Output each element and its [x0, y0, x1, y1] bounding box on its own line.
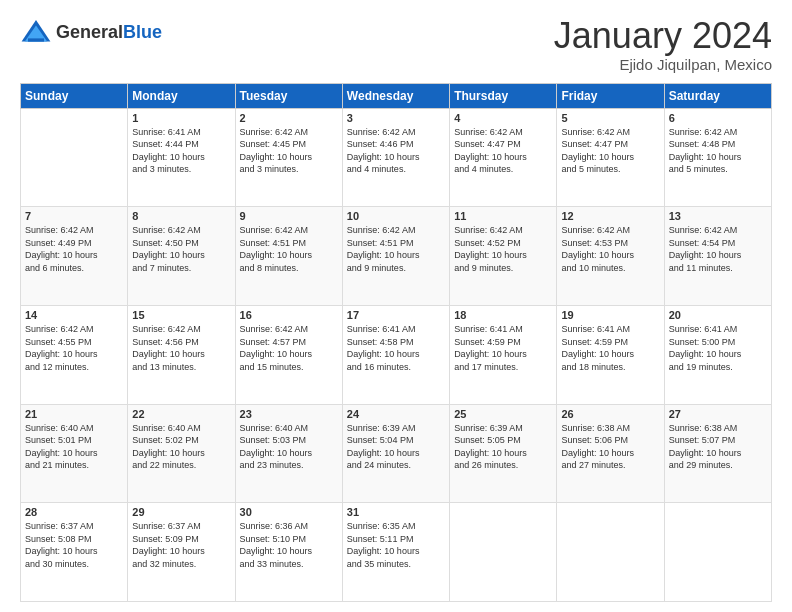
logo-blue: Blue: [123, 22, 162, 42]
day-info: Sunrise: 6:36 AMSunset: 5:10 PMDaylight:…: [240, 520, 338, 570]
day-number: 28: [25, 506, 123, 518]
calendar-cell: 26Sunrise: 6:38 AMSunset: 5:06 PMDayligh…: [557, 404, 664, 503]
day-number: 5: [561, 112, 659, 124]
calendar-body: 1Sunrise: 6:41 AMSunset: 4:44 PMDaylight…: [21, 108, 772, 601]
day-number: 18: [454, 309, 552, 321]
day-number: 20: [669, 309, 767, 321]
day-number: 21: [25, 408, 123, 420]
day-info: Sunrise: 6:41 AMSunset: 4:44 PMDaylight:…: [132, 126, 230, 176]
day-number: 10: [347, 210, 445, 222]
calendar-cell: 12Sunrise: 6:42 AMSunset: 4:53 PMDayligh…: [557, 207, 664, 306]
logo-text: GeneralBlue: [56, 22, 162, 43]
day-info: Sunrise: 6:37 AMSunset: 5:09 PMDaylight:…: [132, 520, 230, 570]
logo-icon: [20, 16, 52, 48]
day-info: Sunrise: 6:40 AMSunset: 5:01 PMDaylight:…: [25, 422, 123, 472]
month-title: January 2024: [554, 16, 772, 56]
calendar-cell: 22Sunrise: 6:40 AMSunset: 5:02 PMDayligh…: [128, 404, 235, 503]
day-number: 27: [669, 408, 767, 420]
calendar-cell: 4Sunrise: 6:42 AMSunset: 4:47 PMDaylight…: [450, 108, 557, 207]
day-info: Sunrise: 6:41 AMSunset: 4:58 PMDaylight:…: [347, 323, 445, 373]
day-number: 16: [240, 309, 338, 321]
day-number: 7: [25, 210, 123, 222]
day-info: Sunrise: 6:39 AMSunset: 5:05 PMDaylight:…: [454, 422, 552, 472]
calendar-cell: 7Sunrise: 6:42 AMSunset: 4:49 PMDaylight…: [21, 207, 128, 306]
calendar-cell: 19Sunrise: 6:41 AMSunset: 4:59 PMDayligh…: [557, 305, 664, 404]
day-number: 8: [132, 210, 230, 222]
calendar-cell: [664, 503, 771, 602]
day-of-week-thursday: Thursday: [450, 83, 557, 108]
calendar-cell: 28Sunrise: 6:37 AMSunset: 5:08 PMDayligh…: [21, 503, 128, 602]
day-info: Sunrise: 6:42 AMSunset: 4:51 PMDaylight:…: [240, 224, 338, 274]
day-of-week-monday: Monday: [128, 83, 235, 108]
day-number: 4: [454, 112, 552, 124]
calendar-cell: 9Sunrise: 6:42 AMSunset: 4:51 PMDaylight…: [235, 207, 342, 306]
day-info: Sunrise: 6:39 AMSunset: 5:04 PMDaylight:…: [347, 422, 445, 472]
day-number: 9: [240, 210, 338, 222]
day-info: Sunrise: 6:38 AMSunset: 5:07 PMDaylight:…: [669, 422, 767, 472]
day-info: Sunrise: 6:42 AMSunset: 4:54 PMDaylight:…: [669, 224, 767, 274]
day-number: 26: [561, 408, 659, 420]
day-info: Sunrise: 6:38 AMSunset: 5:06 PMDaylight:…: [561, 422, 659, 472]
day-info: Sunrise: 6:42 AMSunset: 4:52 PMDaylight:…: [454, 224, 552, 274]
day-number: 17: [347, 309, 445, 321]
week-row-4: 28Sunrise: 6:37 AMSunset: 5:08 PMDayligh…: [21, 503, 772, 602]
days-of-week-row: SundayMondayTuesdayWednesdayThursdayFrid…: [21, 83, 772, 108]
calendar-cell: 5Sunrise: 6:42 AMSunset: 4:47 PMDaylight…: [557, 108, 664, 207]
calendar-cell: 21Sunrise: 6:40 AMSunset: 5:01 PMDayligh…: [21, 404, 128, 503]
day-info: Sunrise: 6:42 AMSunset: 4:47 PMDaylight:…: [454, 126, 552, 176]
calendar-cell: 24Sunrise: 6:39 AMSunset: 5:04 PMDayligh…: [342, 404, 449, 503]
page: GeneralBlue January 2024 Ejido Jiquilpan…: [0, 0, 792, 612]
calendar-cell: 13Sunrise: 6:42 AMSunset: 4:54 PMDayligh…: [664, 207, 771, 306]
day-number: 31: [347, 506, 445, 518]
calendar-cell: 16Sunrise: 6:42 AMSunset: 4:57 PMDayligh…: [235, 305, 342, 404]
calendar-table: SundayMondayTuesdayWednesdayThursdayFrid…: [20, 83, 772, 602]
day-info: Sunrise: 6:42 AMSunset: 4:47 PMDaylight:…: [561, 126, 659, 176]
calendar-cell: 25Sunrise: 6:39 AMSunset: 5:05 PMDayligh…: [450, 404, 557, 503]
day-number: 2: [240, 112, 338, 124]
calendar-cell: 27Sunrise: 6:38 AMSunset: 5:07 PMDayligh…: [664, 404, 771, 503]
week-row-0: 1Sunrise: 6:41 AMSunset: 4:44 PMDaylight…: [21, 108, 772, 207]
location-title: Ejido Jiquilpan, Mexico: [554, 56, 772, 73]
day-number: 29: [132, 506, 230, 518]
day-number: 3: [347, 112, 445, 124]
calendar-cell: 31Sunrise: 6:35 AMSunset: 5:11 PMDayligh…: [342, 503, 449, 602]
day-info: Sunrise: 6:42 AMSunset: 4:55 PMDaylight:…: [25, 323, 123, 373]
day-info: Sunrise: 6:37 AMSunset: 5:08 PMDaylight:…: [25, 520, 123, 570]
calendar-cell: 29Sunrise: 6:37 AMSunset: 5:09 PMDayligh…: [128, 503, 235, 602]
day-info: Sunrise: 6:42 AMSunset: 4:48 PMDaylight:…: [669, 126, 767, 176]
calendar-cell: 17Sunrise: 6:41 AMSunset: 4:58 PMDayligh…: [342, 305, 449, 404]
calendar-cell: 20Sunrise: 6:41 AMSunset: 5:00 PMDayligh…: [664, 305, 771, 404]
day-info: Sunrise: 6:35 AMSunset: 5:11 PMDaylight:…: [347, 520, 445, 570]
day-number: 13: [669, 210, 767, 222]
logo-general: General: [56, 22, 123, 42]
day-number: 1: [132, 112, 230, 124]
week-row-3: 21Sunrise: 6:40 AMSunset: 5:01 PMDayligh…: [21, 404, 772, 503]
day-number: 11: [454, 210, 552, 222]
day-info: Sunrise: 6:42 AMSunset: 4:57 PMDaylight:…: [240, 323, 338, 373]
day-info: Sunrise: 6:42 AMSunset: 4:53 PMDaylight:…: [561, 224, 659, 274]
day-number: 30: [240, 506, 338, 518]
day-number: 19: [561, 309, 659, 321]
title-block: January 2024 Ejido Jiquilpan, Mexico: [554, 16, 772, 73]
calendar-cell: 2Sunrise: 6:42 AMSunset: 4:45 PMDaylight…: [235, 108, 342, 207]
calendar-cell: 23Sunrise: 6:40 AMSunset: 5:03 PMDayligh…: [235, 404, 342, 503]
day-info: Sunrise: 6:40 AMSunset: 5:03 PMDaylight:…: [240, 422, 338, 472]
calendar-cell: [557, 503, 664, 602]
calendar-cell: 1Sunrise: 6:41 AMSunset: 4:44 PMDaylight…: [128, 108, 235, 207]
calendar-cell: 18Sunrise: 6:41 AMSunset: 4:59 PMDayligh…: [450, 305, 557, 404]
calendar-cell: 30Sunrise: 6:36 AMSunset: 5:10 PMDayligh…: [235, 503, 342, 602]
calendar-cell: 3Sunrise: 6:42 AMSunset: 4:46 PMDaylight…: [342, 108, 449, 207]
calendar-header: SundayMondayTuesdayWednesdayThursdayFrid…: [21, 83, 772, 108]
calendar-cell: 6Sunrise: 6:42 AMSunset: 4:48 PMDaylight…: [664, 108, 771, 207]
day-info: Sunrise: 6:41 AMSunset: 4:59 PMDaylight:…: [561, 323, 659, 373]
day-info: Sunrise: 6:42 AMSunset: 4:49 PMDaylight:…: [25, 224, 123, 274]
day-info: Sunrise: 6:42 AMSunset: 4:50 PMDaylight:…: [132, 224, 230, 274]
day-number: 25: [454, 408, 552, 420]
week-row-1: 7Sunrise: 6:42 AMSunset: 4:49 PMDaylight…: [21, 207, 772, 306]
day-number: 22: [132, 408, 230, 420]
day-of-week-sunday: Sunday: [21, 83, 128, 108]
day-number: 15: [132, 309, 230, 321]
header: GeneralBlue January 2024 Ejido Jiquilpan…: [20, 16, 772, 73]
calendar-cell: 8Sunrise: 6:42 AMSunset: 4:50 PMDaylight…: [128, 207, 235, 306]
day-info: Sunrise: 6:42 AMSunset: 4:51 PMDaylight:…: [347, 224, 445, 274]
